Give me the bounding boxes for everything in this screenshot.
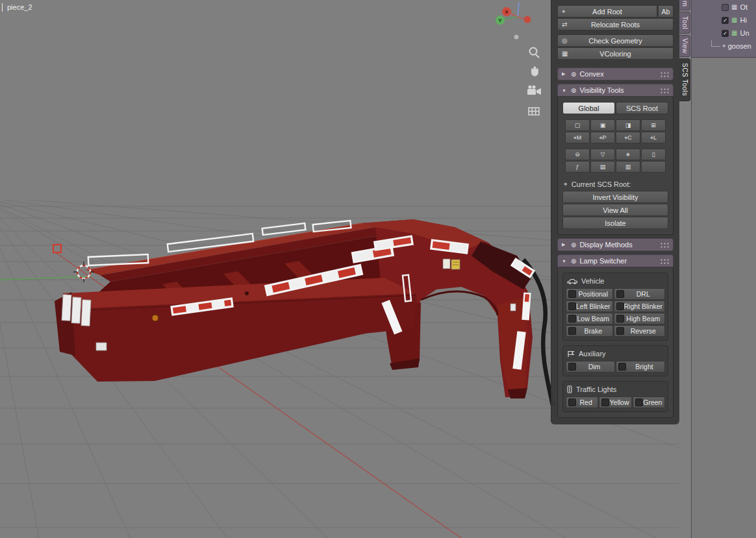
toggle-static-collisions[interactable]: ⊞	[641, 119, 666, 131]
view-all-button[interactable]: View All	[562, 204, 668, 216]
toggle-collision-locators[interactable]: ⌖C	[616, 132, 640, 143]
tab-tool[interactable]: Tool	[679, 12, 690, 34]
panel-drag-handle[interactable]	[659, 71, 669, 77]
collection-icon: ▦	[731, 30, 737, 36]
outliner-row-label: Hi	[740, 16, 746, 24]
tab-scs-tools[interactable]: SCS Tools	[679, 58, 690, 101]
outliner-child-row[interactable]: ⌖ goosen	[692, 40, 756, 53]
tab-item[interactable]: Item	[679, 0, 690, 10]
outliner-row[interactable]: ✓ ▦ Un	[692, 27, 756, 40]
object-icon: ⌖	[722, 43, 726, 49]
toggle-semaphores[interactable]: ▯	[641, 149, 666, 160]
panel-drag-handle[interactable]	[659, 87, 669, 93]
include-checkbox[interactable]: ✓	[722, 30, 729, 37]
panel-header-display-methods[interactable]: ▶ ⊛ Display Methods	[557, 238, 674, 251]
lamp-traffic-yellow[interactable]: Yellow	[599, 397, 631, 408]
panel-drag-handle[interactable]	[659, 258, 669, 264]
empty-axis-icon: ⌖	[562, 8, 566, 15]
auxiliary-section-label: Auxiliary	[579, 350, 606, 358]
scope-scs-root-toggle[interactable]: SCS Root	[616, 102, 668, 114]
relocate-roots-button[interactable]: ⇄ Relocate Roots	[557, 18, 674, 31]
lamp-drl[interactable]: DRL	[614, 288, 666, 300]
panel-drag-handle[interactable]	[659, 241, 669, 248]
outliner-row[interactable]: ✓ ▦ Ot	[692, 1, 756, 14]
checkbox[interactable]	[616, 290, 624, 298]
lamp-bright[interactable]: Bright	[616, 361, 665, 373]
prefab-visibility-grid: ⊖ ▽ ∗ ▯ ƒ ▤ ▥	[565, 149, 666, 173]
toggle-spawn-points[interactable]: ∗	[616, 149, 640, 160]
sidebar-tab-strip: Item Tool View SCS Tools	[679, 0, 691, 538]
toggle-trigger-points[interactable]: ▥	[616, 161, 640, 173]
toggle-model-objects[interactable]: ▢	[565, 119, 590, 131]
lamp-traffic-green[interactable]: Green	[633, 397, 665, 408]
checkbox[interactable]	[616, 327, 624, 335]
viewport-tools	[527, 48, 541, 116]
scope-global-toggle[interactable]: Global	[562, 102, 615, 114]
panel-header-convex[interactable]: ▶ ⊛ Convex	[557, 67, 674, 80]
lamp-left-blinker[interactable]: Left Blinker	[566, 300, 613, 312]
lamp-traffic-red[interactable]: Red	[566, 397, 598, 408]
orthographic-grid-icon[interactable]	[529, 108, 539, 115]
lamp-object	[262, 223, 306, 235]
collection-icon: ▦	[731, 17, 737, 23]
lamp-dim[interactable]: Dim	[566, 361, 615, 373]
zoom-icon[interactable]	[530, 48, 540, 58]
include-checkbox[interactable]: ✓	[722, 17, 729, 24]
toggle-navigation-points[interactable]: ƒ	[565, 161, 590, 173]
current-scs-root-row: ⌖ Current SCS Root:	[564, 180, 667, 188]
camera-view-icon[interactable]	[527, 85, 541, 95]
prefab-signs-icon: ▽	[601, 151, 605, 158]
traffic-section-label: Traffic Lights	[576, 385, 616, 393]
checkbox[interactable]	[635, 398, 643, 406]
toggle-prefab-locators[interactable]: ⌖P	[590, 132, 615, 143]
add-root-button[interactable]: ⌖ Add Root	[557, 5, 657, 18]
scs-panel-icon: ⊛	[571, 241, 576, 249]
lamp-low-beam[interactable]: Low Beam	[566, 313, 613, 324]
toggle-prefab-nodes[interactable]: ⊖	[565, 149, 590, 160]
include-checkbox[interactable]: ✓	[722, 4, 729, 11]
model-objects-icon: ▢	[575, 122, 581, 128]
toggle-all-locators[interactable]: ⌖L	[641, 132, 666, 143]
toggle-prefab-signs[interactable]: ▽	[590, 149, 615, 160]
spawn-points-icon: ∗	[625, 151, 631, 158]
panel-header-visibility-tools[interactable]: ▼ ⊛ Visibility Tools	[557, 84, 674, 97]
isolate-button[interactable]: Isolate	[562, 217, 668, 229]
toggle-shadow-casters[interactable]: ▣	[590, 119, 615, 131]
model-locators-icon: ⌖M	[573, 134, 582, 141]
check-geometry-button[interactable]: ◎ Check Geometry	[557, 34, 674, 47]
root-name-font-button[interactable]: Ab	[658, 5, 674, 18]
checkbox[interactable]	[616, 302, 624, 310]
lamp-high-beam[interactable]: High Beam	[614, 313, 666, 324]
checkbox[interactable]	[568, 290, 576, 298]
invert-visibility-button[interactable]: Invert Visibility	[562, 191, 668, 203]
lamp-right-blinker[interactable]: Right Blinker	[614, 300, 666, 312]
checkbox[interactable]	[618, 363, 626, 371]
reference-empty-icon	[53, 245, 61, 252]
pan-hand-icon[interactable]	[531, 66, 538, 76]
checkbox[interactable]	[616, 315, 624, 323]
collision-locators-icon: ⌖C	[624, 134, 632, 141]
auxiliary-flag-icon	[567, 350, 575, 358]
checkbox[interactable]	[568, 398, 576, 406]
checkbox[interactable]	[568, 315, 576, 323]
toggle-model-locators[interactable]: ⌖M	[565, 132, 590, 143]
panel-header-lamp-switcher[interactable]: ▼ ⊛ Lamp Switcher	[557, 254, 674, 267]
navigation-gizmo[interactable]: X Y	[496, 2, 531, 40]
vcoloring-button[interactable]: ▦ VColoring	[557, 47, 674, 60]
checkbox[interactable]	[568, 327, 576, 335]
gizmo-neg-z-ball[interactable]	[514, 35, 519, 40]
toggle-map-points[interactable]: ▤	[590, 161, 615, 173]
trailer-model[interactable]	[55, 219, 555, 406]
tab-view[interactable]: View	[679, 35, 690, 57]
outliner-row[interactable]: ✓ ▦ Hi	[692, 14, 756, 27]
checkbox[interactable]	[568, 363, 576, 371]
empty-cell	[641, 161, 666, 173]
prefab-locators-icon: ⌖P	[599, 134, 606, 141]
gizmo-neg-x-ball[interactable]	[524, 16, 531, 23]
lamp-reverse[interactable]: Reverse	[614, 325, 666, 337]
checkbox[interactable]	[568, 302, 576, 310]
toggle-glass-objects[interactable]: ◨	[616, 119, 640, 131]
checkbox[interactable]	[601, 398, 609, 406]
lamp-positional[interactable]: Positional	[566, 288, 613, 300]
lamp-brake[interactable]: Brake	[566, 325, 613, 337]
